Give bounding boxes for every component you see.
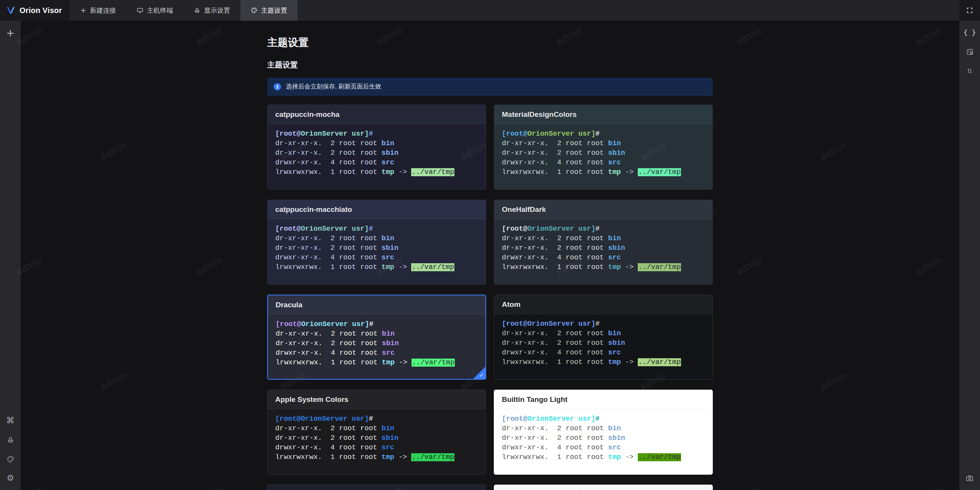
- command-palette-button[interactable]: ⌘: [0, 411, 21, 430]
- terminal-text: [root@: [275, 415, 301, 423]
- json-view-button[interactable]: { }: [959, 23, 980, 42]
- bookmark-doc-button[interactable]: [959, 42, 980, 61]
- screenshot-button[interactable]: [959, 469, 980, 488]
- terminal-line: dr-xr-xr-x. 2 root root sbin: [276, 339, 478, 348]
- theme-card-dracula[interactable]: Dracula[root@OrionServer usr]#dr-xr-xr-x…: [267, 295, 486, 380]
- terminal-text: dr-xr-xr-x. 2 root root: [502, 149, 608, 157]
- terminal-text: drwxr-xr-x. 4 root root: [275, 444, 382, 452]
- theme-settings-button[interactable]: [0, 449, 21, 469]
- theme-card-partial-8[interactable]: [267, 485, 486, 490]
- terminal-text: bin: [382, 424, 394, 433]
- app-logo-icon: [5, 5, 16, 16]
- theme-card-builtin-tango-light[interactable]: Builtin Tango Light[root@OrionServer usr…: [494, 390, 713, 475]
- terminal-text: tmp: [382, 263, 394, 271]
- tab-theme-settings[interactable]: 主题设置: [240, 0, 297, 21]
- terminal-line: lrwxrwxrwx. 1 root root tmp -> ../var/tm…: [502, 452, 705, 462]
- terminal-text: dr-xr-xr-x. 2 root root: [275, 424, 382, 433]
- fullscreen-button[interactable]: [959, 0, 980, 21]
- terminal-text: lrwxrwxrwx. 1 root root: [502, 168, 608, 176]
- seal-icon: [194, 7, 201, 14]
- tab-host-terminal[interactable]: 主机终端: [126, 0, 183, 21]
- topbar: Orion Visor 新建连接 主机终端 显示设置 主题设置: [0, 0, 980, 21]
- terminal-preview: [root@OrionServer usr]#dr-xr-xr-x. 2 roo…: [268, 315, 485, 367]
- terminal-text: OrionServer: [301, 130, 348, 138]
- left-sidebar: + ⌘ ⚙: [0, 21, 21, 490]
- app-title: Orion Visor: [20, 6, 62, 15]
- terminal-line: [root@OrionServer usr]#: [275, 224, 478, 234]
- terminal-line: [root@OrionServer usr]#: [276, 320, 478, 329]
- theme-card-catppuccin-macchiato[interactable]: catppuccin-macchiato[root@OrionServer us…: [267, 200, 486, 285]
- terminal-text: drwxr-xr-x. 4 root root: [502, 349, 608, 357]
- terminal-line: dr-xr-xr-x. 2 root root sbin: [275, 433, 478, 443]
- tab-new-connection[interactable]: 新建连接: [70, 0, 126, 21]
- terminal-text: sbin: [608, 149, 625, 157]
- terminal-text: dr-xr-xr-x. 2 root root: [276, 339, 382, 347]
- terminal-text: drwxr-xr-x. 4 root root: [502, 159, 608, 167]
- terminal-preview: [root@OrionServer usr]#dr-xr-xr-x. 2 roo…: [268, 409, 486, 462]
- sort-vertical-icon: [966, 67, 973, 75]
- terminal-text: #: [595, 225, 599, 233]
- tab-label: 新建连接: [90, 6, 116, 15]
- settings-button[interactable]: ⚙: [0, 469, 21, 488]
- theme-card-title: OneHalfDark: [494, 200, 712, 219]
- terminal-line: dr-xr-xr-x. 2 root root bin: [502, 424, 705, 433]
- tab-label: 主题设置: [261, 6, 287, 15]
- terminal-text: drwxr-xr-x. 4 root root: [275, 159, 382, 167]
- terminal-line: drwxr-xr-x. 4 root root src: [275, 253, 478, 262]
- terminal-line: dr-xr-xr-x. 2 root root bin: [275, 424, 478, 433]
- theme-card-catppuccin-mocha[interactable]: catppuccin-mocha[root@OrionServer usr]#d…: [267, 105, 486, 190]
- theme-card-materialdesigncolors[interactable]: MaterialDesignColors[root@OrionServer us…: [494, 105, 713, 190]
- terminal-preview: [root@OrionServer usr]#dr-xr-xr-x. 2 roo…: [494, 124, 712, 177]
- theme-card-apple-system-colors[interactable]: Apple System Colors[root@OrionServer usr…: [267, 390, 486, 475]
- terminal-text: dr-xr-xr-x. 2 root root: [502, 424, 608, 433]
- info-alert: i 选择后会立刻保存, 刷新页面后生效: [267, 78, 713, 96]
- terminal-line: drwxr-xr-x. 4 root root src: [276, 348, 478, 358]
- terminal-text: src: [608, 254, 621, 262]
- terminal-text: ->: [395, 359, 412, 367]
- terminal-line: dr-xr-xr-x. 2 root root sbin: [502, 243, 705, 253]
- terminal-text: ../var/tmp: [638, 358, 681, 366]
- terminal-text: lrwxrwxrwx. 1 root root: [502, 453, 608, 461]
- terminal-text: lrwxrwxrwx. 1 root root: [502, 263, 608, 271]
- terminal-line: lrwxrwxrwx. 1 root root tmp -> ../var/tm…: [502, 357, 705, 367]
- tab-display-settings[interactable]: 显示设置: [183, 0, 240, 21]
- terminal-line: [root@OrionServer usr]#: [502, 414, 705, 424]
- terminal-text: ->: [621, 168, 638, 176]
- terminal-line: drwxr-xr-x. 4 root root src: [502, 253, 705, 262]
- theme-card-atom[interactable]: Atom[root@OrionServer usr]#dr-xr-xr-x. 2…: [494, 295, 713, 380]
- terminal-line: lrwxrwxrwx. 1 root root tmp -> ../var/tm…: [502, 262, 705, 272]
- terminal-line: dr-xr-xr-x. 2 root root bin: [275, 234, 478, 243]
- seal-icon: [7, 436, 15, 444]
- section-title: 主题设置: [267, 60, 713, 69]
- terminal-text: sbin: [382, 434, 399, 442]
- terminal-text: dr-xr-xr-x. 2 root root: [276, 330, 382, 338]
- terminal-text: dr-xr-xr-x. 2 root root: [502, 329, 608, 338]
- terminal-text: OrionServer: [528, 130, 574, 138]
- terminal-text: bin: [382, 330, 395, 338]
- terminal-text: usr]: [574, 225, 596, 233]
- terminal-line: dr-xr-xr-x. 2 root root bin: [275, 139, 478, 148]
- terminal-text: [root@: [502, 320, 528, 328]
- terminal-text: ->: [621, 358, 638, 366]
- terminal-line: drwxr-xr-x. 4 root root src: [275, 158, 478, 167]
- terminal-text: ->: [394, 453, 411, 461]
- terminal-line: drwxr-xr-x. 4 root root src: [502, 348, 705, 357]
- terminal-text: sbin: [608, 339, 625, 347]
- info-alert-text: 选择后会立刻保存, 刷新页面后生效: [286, 83, 381, 91]
- terminal-text: dr-xr-xr-x. 2 root root: [275, 434, 382, 442]
- app-brand[interactable]: Orion Visor: [0, 0, 70, 21]
- new-connection-button[interactable]: +: [0, 23, 21, 42]
- terminal-text: dr-xr-xr-x. 2 root root: [275, 149, 382, 157]
- terminal-text: src: [608, 444, 621, 452]
- terminal-text: lrwxrwxrwx. 1 root root: [502, 358, 608, 366]
- terminal-line: [root@OrionServer usr]#: [502, 129, 705, 139]
- terminal-text: ->: [394, 168, 411, 176]
- theme-card-onehalfdark[interactable]: OneHalfDark[root@OrionServer usr]#dr-xr-…: [494, 200, 713, 285]
- sort-button[interactable]: [959, 61, 980, 80]
- theme-card-title: Dracula: [268, 295, 485, 315]
- display-settings-button[interactable]: [0, 430, 21, 449]
- terminal-text: tmp: [382, 359, 395, 367]
- terminal-line: dr-xr-xr-x. 2 root root bin: [502, 329, 705, 338]
- terminal-text: sbin: [382, 149, 399, 157]
- theme-card-partial-9[interactable]: [494, 485, 713, 490]
